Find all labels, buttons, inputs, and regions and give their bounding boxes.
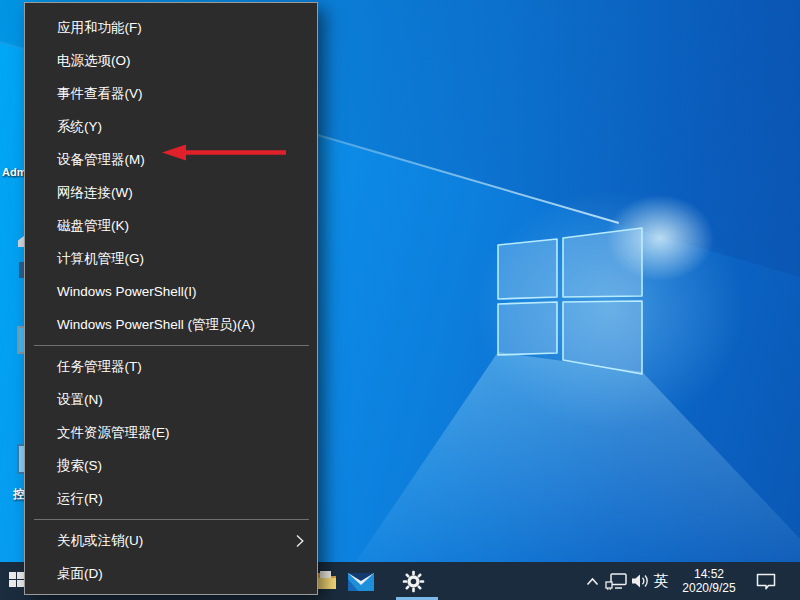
desktop-screen: Adm 控 [0, 0, 800, 600]
menu-item-disk-management[interactable]: 磁盘管理(K) [25, 209, 317, 242]
menu-separator [25, 341, 317, 350]
tray-clock[interactable]: 14:52 2020/9/25 [672, 562, 746, 600]
winx-context-menu: 应用和功能(F) 电源选项(O) 事件查看器(V) 系统(Y) 设备管理器(M)… [24, 2, 318, 595]
taskbar-mail-button[interactable] [341, 562, 381, 600]
notification-bubble-icon [755, 572, 777, 591]
taskbar-settings-button[interactable] [393, 562, 433, 600]
menu-item-settings[interactable]: 设置(N) [25, 383, 317, 416]
tray-show-hidden-icons-button[interactable] [581, 562, 603, 600]
mail-icon [348, 571, 374, 592]
menu-item-power-options[interactable]: 电源选项(O) [25, 44, 317, 77]
menu-separator [25, 515, 317, 524]
menu-item-event-viewer[interactable]: 事件查看器(V) [25, 77, 317, 110]
menu-item-label: 桌面(D) [57, 557, 103, 590]
menu-item-computer-management[interactable]: 计算机管理(G) [25, 242, 317, 275]
menu-item-label: 任务管理器(T) [57, 350, 142, 383]
menu-item-label: 文件资源管理器(E) [57, 416, 170, 449]
ime-language-label: 英 [654, 562, 669, 600]
menu-item-label: 应用和功能(F) [57, 11, 142, 44]
clock-time: 14:52 [672, 567, 746, 581]
speaker-icon [631, 573, 650, 589]
tray-volume-button[interactable] [629, 562, 651, 600]
menu-item-run[interactable]: 运行(R) [25, 482, 317, 515]
menu-item-label: 搜索(S) [57, 449, 102, 482]
menu-item-label: 事件查看器(V) [57, 77, 143, 110]
ethernet-network-icon [605, 572, 628, 591]
clock-date: 2020/9/25 [672, 581, 746, 595]
tray-action-center-button[interactable] [748, 562, 784, 600]
menu-item-label: 设置(N) [57, 383, 103, 416]
menu-item-label: 设备管理器(M) [57, 143, 145, 176]
desktop-icon-label-fragment[interactable]: Adm [2, 166, 26, 178]
tray-network-button[interactable] [603, 562, 629, 600]
menu-item-task-manager[interactable]: 任务管理器(T) [25, 350, 317, 383]
menu-item-desktop[interactable]: 桌面(D) [25, 557, 317, 590]
chevron-up-icon [586, 577, 599, 586]
menu-item-label: 磁盘管理(K) [57, 209, 129, 242]
menu-item-file-explorer[interactable]: 文件资源管理器(E) [25, 416, 317, 449]
menu-item-label: 系统(Y) [57, 110, 102, 143]
gear-icon [402, 570, 425, 593]
annotation-arrow [158, 139, 290, 166]
menu-item-network-connections[interactable]: 网络连接(W) [25, 176, 317, 209]
menu-item-label: Windows PowerShell (管理员)(A) [57, 308, 255, 341]
tray-ime-indicator[interactable]: 英 [651, 562, 671, 600]
menu-item-label: Windows PowerShell(I) [57, 275, 197, 308]
menu-item-label: 关机或注销(U) [57, 524, 143, 557]
menu-item-powershell-admin[interactable]: Windows PowerShell (管理员)(A) [25, 308, 317, 341]
menu-item-label: 运行(R) [57, 482, 103, 515]
menu-item-shutdown-or-signout[interactable]: 关机或注销(U) [25, 524, 317, 557]
menu-item-powershell[interactable]: Windows PowerShell(I) [25, 275, 317, 308]
menu-item-label: 计算机管理(G) [57, 242, 144, 275]
menu-item-label: 网络连接(W) [57, 176, 133, 209]
menu-item-label: 电源选项(O) [57, 44, 131, 77]
submenu-chevron-right-icon [296, 534, 304, 548]
menu-item-search[interactable]: 搜索(S) [25, 449, 317, 482]
menu-item-apps-and-features[interactable]: 应用和功能(F) [25, 11, 317, 44]
